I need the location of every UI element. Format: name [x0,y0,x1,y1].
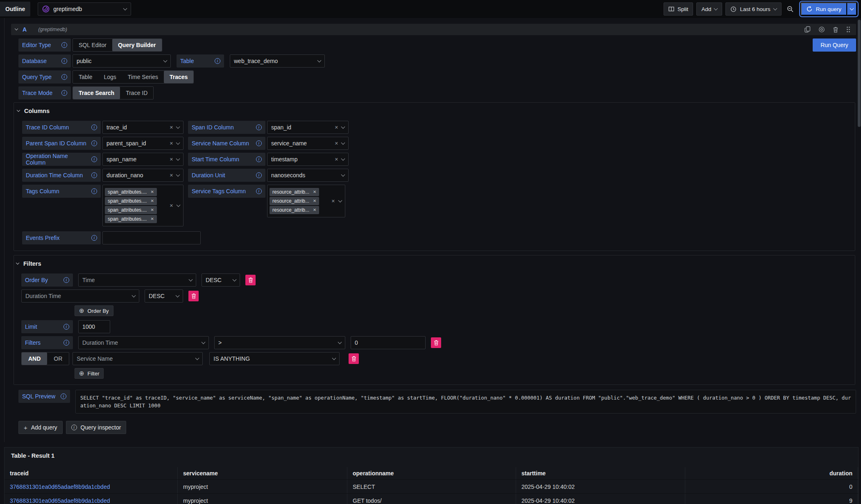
add-query-button[interactable]: + Add query [18,421,63,434]
option-sql-editor[interactable]: SQL Editor [73,39,112,51]
remove-filter-button[interactable] [431,337,441,348]
option-or[interactable]: OR [47,353,69,365]
option-and[interactable]: AND [22,353,47,365]
run-query-options-button[interactable] [847,2,857,16]
operation-name-column-select[interactable]: span_name✕ [102,153,184,166]
add-button[interactable]: Add [696,2,722,16]
info-icon[interactable] [215,58,220,64]
remove-chip-icon[interactable]: ✕ [150,217,154,221]
info-icon[interactable] [91,156,97,162]
header-cell-starttime[interactable]: starttime [516,467,685,479]
filter-field-select[interactable]: Duration Time [78,336,209,349]
info-icon[interactable] [61,90,67,96]
clear-icon[interactable]: ✕ [335,125,338,130]
clear-icon[interactable]: ✕ [170,141,173,146]
info-icon[interactable] [91,235,97,241]
info-icon[interactable] [61,74,67,80]
info-icon[interactable] [63,324,69,330]
zoom-out-icon[interactable] [785,2,796,16]
info-icon[interactable] [61,58,67,64]
run-query-inline-button[interactable]: Run Query [813,38,856,52]
header-cell-duration[interactable]: duration [685,467,858,479]
database-select[interactable]: public [73,54,171,68]
drag-handle-icon[interactable] [846,26,850,33]
info-icon[interactable] [91,140,97,146]
span-id-column-select[interactable]: span_id✕ [267,121,349,134]
clear-icon[interactable]: ✕ [170,157,173,162]
info-icon[interactable] [256,172,262,178]
add-filter-button[interactable]: ⊕Filter [75,368,104,379]
add-order-by-button[interactable]: ⊕Order By [75,305,113,316]
clear-icon[interactable]: ✕ [335,157,338,162]
header-cell-traceid[interactable]: traceid [5,467,178,479]
clear-icon[interactable]: ✕ [335,141,338,146]
query-row-header[interactable]: A (greptimedb) [11,24,856,35]
service-name-column-select[interactable]: service_name✕ [267,137,349,150]
trace-link[interactable]: 3768831301ea0d65adaef8b9da1cbded [10,497,110,504]
query-inspector-button[interactable]: Query inspector [66,421,127,434]
info-icon[interactable] [256,140,262,146]
outline-toggle-button[interactable]: Outline [0,2,30,16]
remove-chip-icon[interactable]: ✕ [150,199,154,203]
remove-order-by-button[interactable] [245,275,256,285]
duration-unit-select[interactable]: nanoseconds [267,169,349,182]
info-icon[interactable] [256,156,262,162]
clear-icon[interactable]: ✕ [170,125,173,130]
remove-chip-icon[interactable]: ✕ [313,190,316,194]
run-query-button[interactable]: Run query [801,2,847,16]
header-cell-servicename[interactable]: servicename [178,467,347,479]
order-by-direction-select[interactable]: DESC [145,289,183,303]
duplicate-query-icon[interactable] [804,26,811,33]
info-icon[interactable] [256,188,262,194]
option-time-series[interactable]: Time Series [122,71,164,83]
tags-column-multiselect[interactable]: span_attributes....✕ span_attributes....… [102,185,184,226]
clear-all-icon[interactable]: ✕ [331,199,335,203]
option-trace-id[interactable]: Trace ID [120,87,153,99]
option-table[interactable]: Table [73,71,98,83]
info-icon[interactable] [63,277,69,283]
trace-link[interactable]: 3768831301ea0d65adaef8b9da1cbded [10,484,110,490]
option-logs[interactable]: Logs [98,71,122,83]
scrollbar-thumb[interactable] [858,20,861,127]
info-icon[interactable] [63,340,69,346]
order-by-field-select[interactable]: Duration Time [21,289,139,303]
datasource-picker[interactable]: greptimedb [38,2,131,16]
remove-filter-button[interactable] [349,353,359,364]
filters-section-header[interactable]: Filters [16,260,850,267]
filter-operator-select[interactable]: IS ANYTHING [209,352,340,365]
clear-all-icon[interactable]: ✕ [170,203,173,208]
order-by-field-select[interactable]: Time [78,273,196,287]
filter-operator-select[interactable]: > [214,336,345,349]
option-traces[interactable]: Traces [164,71,193,83]
option-trace-search[interactable]: Trace Search [73,87,120,99]
split-button[interactable]: Split [664,2,693,16]
remove-chip-icon[interactable]: ✕ [150,208,154,212]
filter-field-select[interactable]: Service Name [73,352,203,365]
service-tags-column-multiselect[interactable]: resource_attrib...✕ resource_attrib...✕ … [267,185,345,217]
start-time-column-select[interactable]: timestamp✕ [267,153,349,166]
info-icon[interactable] [91,172,97,178]
info-icon[interactable] [61,393,66,399]
events-prefix-input[interactable] [102,231,201,244]
info-icon[interactable] [61,42,67,48]
remove-query-icon[interactable] [833,27,838,33]
info-icon[interactable] [91,188,97,194]
limit-input[interactable] [78,320,110,333]
clear-icon[interactable]: ✕ [170,173,173,178]
trace-id-column-select[interactable]: trace_id✕ [102,121,184,134]
table-select[interactable]: web_trace_demo [230,54,325,68]
duration-time-column-select[interactable]: duration_nano✕ [102,169,184,182]
remove-chip-icon[interactable]: ✕ [150,190,154,194]
remove-order-by-button[interactable] [188,291,199,301]
order-by-direction-select[interactable]: DESC [202,273,240,287]
columns-section-header[interactable]: Columns [17,108,850,114]
header-cell-operationname[interactable]: operationname [347,467,516,479]
parent-span-id-column-select[interactable]: parent_span_id✕ [102,137,184,150]
filter-value-input[interactable] [351,336,426,349]
info-icon[interactable] [256,124,262,130]
time-range-picker[interactable]: Last 6 hours [725,2,781,16]
option-query-builder[interactable]: Query Builder [112,39,162,51]
info-icon[interactable] [91,124,97,130]
remove-chip-icon[interactable]: ✕ [313,199,316,203]
remove-chip-icon[interactable]: ✕ [313,208,316,212]
